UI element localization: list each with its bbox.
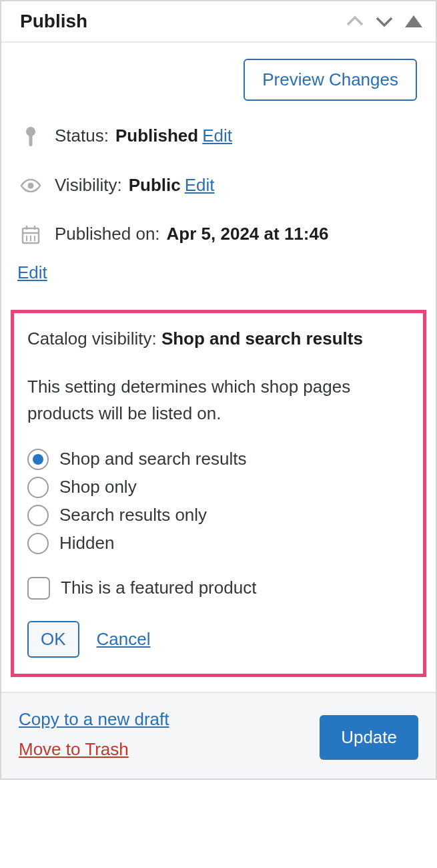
header-controls xyxy=(346,15,422,27)
svg-point-2 xyxy=(28,182,34,188)
catalog-option[interactable]: Shop and search results xyxy=(27,449,410,470)
cancel-link[interactable]: Cancel xyxy=(97,629,151,650)
chevron-up-icon[interactable] xyxy=(346,15,364,27)
chevron-down-icon[interactable] xyxy=(376,15,393,27)
radio-icon xyxy=(27,449,49,470)
preview-row: Preview Changes xyxy=(17,59,420,101)
catalog-visibility-heading: Catalog visibility: Shop and search resu… xyxy=(27,325,410,352)
footer-links: Copy to a new draft Move to Trash xyxy=(19,709,169,760)
visibility-label: Visibility: xyxy=(55,173,122,198)
svg-rect-1 xyxy=(29,135,33,146)
radio-icon xyxy=(27,505,49,526)
calendar-icon xyxy=(17,224,44,244)
published-edit-link[interactable]: Edit xyxy=(17,260,47,286)
ok-button[interactable]: OK xyxy=(27,621,79,658)
visibility-value: Public xyxy=(129,173,181,198)
published-row: Published on: Apr 5, 2024 at 11:46 Edit xyxy=(17,222,420,285)
featured-product-label: This is a featured product xyxy=(61,578,256,598)
radio-icon xyxy=(27,477,49,498)
panel-title: Publish xyxy=(20,11,87,32)
preview-changes-button[interactable]: Preview Changes xyxy=(244,59,417,101)
catalog-visibility-description: This setting determines which shop pages… xyxy=(27,373,410,427)
catalog-option-label: Hidden xyxy=(59,533,114,554)
catalog-option[interactable]: Search results only xyxy=(27,505,410,526)
status-row: Status: Published Edit xyxy=(17,124,420,149)
published-value: Apr 5, 2024 at 11:46 xyxy=(167,222,329,247)
checkbox-icon xyxy=(27,577,50,600)
catalog-option[interactable]: Hidden xyxy=(27,533,410,554)
catalog-option[interactable]: Shop only xyxy=(27,477,410,498)
publish-panel: Publish Preview Changes Status: Publishe… xyxy=(0,0,437,780)
catalog-option-label: Shop and search results xyxy=(59,449,246,469)
status-label: Status: xyxy=(55,124,109,149)
panel-body: Preview Changes Status: Published Edit V… xyxy=(1,43,436,692)
featured-product-checkbox[interactable]: This is a featured product xyxy=(27,577,410,600)
key-icon xyxy=(17,126,44,146)
svg-point-0 xyxy=(26,127,35,136)
catalog-action-row: OK Cancel xyxy=(27,621,410,658)
visibility-edit-link[interactable]: Edit xyxy=(185,173,215,198)
status-edit-link[interactable]: Edit xyxy=(202,124,232,149)
visibility-row: Visibility: Public Edit xyxy=(17,173,420,198)
status-value: Published xyxy=(115,124,198,149)
copy-to-draft-link[interactable]: Copy to a new draft xyxy=(19,709,169,730)
update-button[interactable]: Update xyxy=(320,715,418,760)
catalog-option-label: Shop only xyxy=(59,477,137,497)
catalog-visibility-options: Shop and search results Shop only Search… xyxy=(27,449,410,554)
move-to-trash-link[interactable]: Move to Trash xyxy=(19,739,169,760)
catalog-visibility-value: Shop and search results xyxy=(161,329,363,349)
collapse-icon[interactable] xyxy=(405,15,422,27)
eye-icon xyxy=(17,178,44,193)
catalog-visibility-box: Catalog visibility: Shop and search resu… xyxy=(11,310,426,677)
radio-icon xyxy=(27,533,49,554)
panel-header: Publish xyxy=(1,1,436,43)
catalog-option-label: Search results only xyxy=(59,505,207,525)
published-label: Published on: xyxy=(55,222,160,247)
catalog-visibility-label: Catalog visibility: xyxy=(27,329,157,349)
panel-footer: Copy to a new draft Move to Trash Update xyxy=(1,692,436,779)
